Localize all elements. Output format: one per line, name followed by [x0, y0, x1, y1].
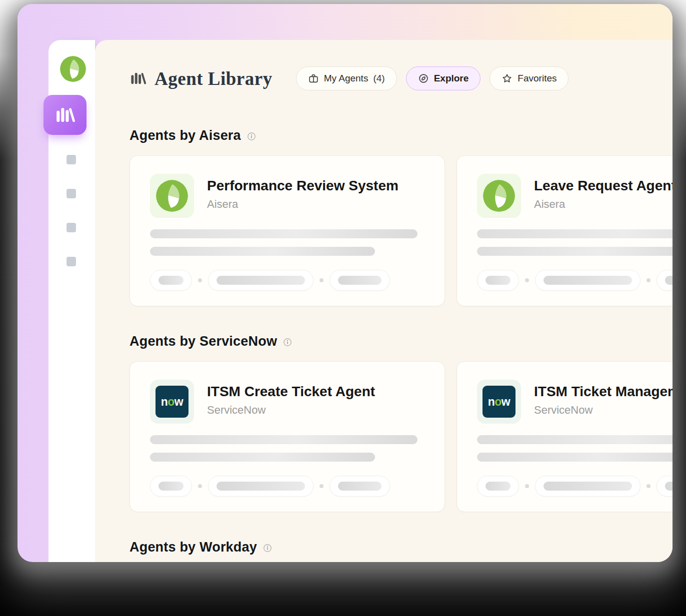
sidebar-placeholder-item [66, 257, 76, 266]
view-toggle-group: My Agents (4) Explore Favorites [296, 66, 569, 90]
skeleton-line [477, 453, 672, 462]
page-title: Agent Library [154, 68, 272, 89]
favorites-button[interactable]: Favorites [490, 66, 568, 90]
my-agents-button[interactable]: My Agents (4) [296, 66, 397, 90]
agent-card[interactable]: now ITSM Ticket Management ServiceNow [456, 361, 672, 512]
info-icon[interactable] [263, 544, 272, 553]
skeleton-line [150, 229, 418, 238]
aisera-leaf-icon [483, 180, 515, 212]
servicenow-logo-tile: now [150, 380, 194, 424]
sidebar-placeholder-item [66, 155, 76, 164]
skeleton-pill [535, 476, 640, 497]
card-head: Performance Review System Aisera [150, 174, 424, 218]
agent-title: ITSM Create Ticket Agent [207, 384, 375, 400]
skeleton-pill [150, 476, 192, 497]
skeleton-pill [535, 270, 640, 291]
agent-card[interactable]: Performance Review System Aisera [130, 155, 445, 306]
my-agents-label: My Agents [324, 73, 368, 84]
aisera-logo-tile [150, 174, 194, 218]
explore-button[interactable]: Explore [406, 66, 481, 90]
skeleton-line [477, 229, 672, 238]
separator-dot [525, 278, 529, 282]
main-content: Agent Library My Agents (4) [95, 40, 672, 562]
agent-card[interactable]: now ITSM Create Ticket Agent ServiceNow [130, 361, 445, 512]
skeleton-line [477, 435, 672, 444]
agent-vendor: ServiceNow [207, 404, 375, 417]
library-icon [54, 104, 76, 125]
agent-vendor: Aisera [534, 198, 672, 211]
card-text: Performance Review System Aisera [207, 174, 398, 211]
agent-card[interactable]: Leave Request Agent Aisera [456, 155, 672, 306]
agent-title: ITSM Ticket Management [534, 384, 672, 400]
sidebar [48, 40, 95, 562]
app-window: Agent Library My Agents (4) [18, 4, 672, 562]
card-head: now ITSM Ticket Management ServiceNow [477, 380, 672, 424]
aisera-leaf-icon [156, 180, 188, 212]
separator-dot [646, 278, 650, 282]
library-icon [130, 70, 146, 87]
section-title: Agents by Aisera [130, 128, 241, 143]
skeleton-line [150, 453, 375, 462]
skeleton-line [150, 435, 418, 444]
agent-vendor: Aisera [207, 198, 398, 211]
skeleton-line [150, 247, 375, 256]
separator-dot [198, 484, 202, 488]
agent-title: Leave Request Agent [534, 178, 672, 194]
briefcase-icon [308, 73, 319, 84]
skeleton-pill [477, 270, 519, 291]
skeleton-pill [208, 270, 314, 291]
card-head: Leave Request Agent Aisera [477, 174, 672, 218]
section-title: Agents by ServiceNow [130, 334, 277, 349]
info-icon[interactable] [283, 338, 292, 347]
agent-title: Performance Review System [207, 178, 398, 194]
skeleton-pill [477, 476, 519, 497]
skeleton-line [477, 247, 672, 256]
skeleton-pill [208, 476, 314, 497]
skeleton-tags [477, 476, 672, 497]
servicenow-icon: now [156, 386, 188, 418]
separator-dot [320, 278, 324, 282]
skeleton-pill [330, 476, 390, 497]
card-text: ITSM Ticket Management ServiceNow [534, 380, 672, 417]
skeleton-pill [330, 270, 390, 291]
section-header-aisera: Agents by Aisera [130, 128, 672, 143]
skeleton-tags [150, 270, 424, 291]
separator-dot [646, 484, 650, 488]
page-header: Agent Library My Agents (4) [130, 66, 672, 90]
aisera-leaf-icon [60, 56, 86, 82]
aisera-logo[interactable] [60, 56, 86, 82]
skeleton-pill [656, 476, 672, 497]
card-text: ITSM Create Ticket Agent ServiceNow [207, 380, 375, 417]
agent-vendor: ServiceNow [534, 404, 672, 417]
skeleton-pill [656, 270, 672, 291]
skeleton-tags [150, 476, 424, 497]
servicenow-logo-tile: now [477, 380, 521, 424]
skeleton-tags [477, 270, 672, 291]
aisera-logo-tile [477, 174, 521, 218]
card-text: Leave Request Agent Aisera [534, 174, 672, 211]
sidebar-placeholder-item [66, 223, 76, 232]
favorites-label: Favorites [518, 73, 556, 84]
star-icon [502, 73, 512, 84]
section-title: Agents by Workday [130, 540, 257, 555]
sidebar-placeholder-item [66, 189, 76, 198]
skeleton-pill [150, 270, 192, 291]
card-head: now ITSM Create Ticket Agent ServiceNow [150, 380, 424, 424]
my-agents-count: (4) [373, 73, 384, 84]
separator-dot [525, 484, 529, 488]
info-icon[interactable] [247, 132, 256, 141]
servicenow-icon: now [482, 386, 516, 418]
card-grid-servicenow: now ITSM Create Ticket Agent ServiceNow [130, 361, 672, 512]
section-header-servicenow: Agents by ServiceNow [130, 334, 672, 349]
separator-dot [198, 278, 202, 282]
section-header-workday: Agents by Workday [130, 540, 672, 555]
explore-label: Explore [434, 73, 469, 84]
card-grid-aisera: Performance Review System Aisera [130, 155, 672, 306]
sidebar-item-agent-library[interactable] [44, 95, 86, 135]
compass-icon [418, 73, 429, 84]
separator-dot [320, 484, 324, 488]
